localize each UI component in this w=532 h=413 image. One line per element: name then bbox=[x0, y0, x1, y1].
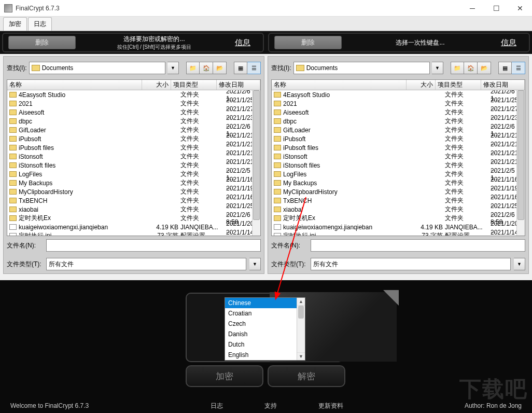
home-icon[interactable]: 🏠 bbox=[200, 62, 213, 74]
info-link-right[interactable]: 信息 bbox=[494, 38, 524, 48]
language-scrollbar[interactable]: ▲ ▼ bbox=[297, 298, 305, 360]
encrypt-button[interactable]: 加密 bbox=[186, 365, 263, 387]
new-folder-icon[interactable]: 📂 bbox=[478, 62, 491, 74]
new-folder-icon[interactable]: 📂 bbox=[213, 62, 227, 74]
home-icon[interactable]: 🏠 bbox=[464, 62, 478, 74]
filename-input-right[interactable] bbox=[311, 239, 525, 252]
table-row[interactable]: My Backups 文件夹 2021/1/16 ... bbox=[272, 178, 525, 187]
table-row[interactable]: 定时执行.ini 73 字节 配置设置 2021/1/14 ... bbox=[7, 231, 260, 236]
table-row[interactable]: GifLoader 文件夹 2021/2/6 1... bbox=[7, 126, 260, 134]
table-row[interactable]: Aiseesoft 文件夹 2021/1/27 ... bbox=[7, 108, 260, 117]
language-option[interactable]: Chinese bbox=[225, 298, 305, 308]
language-option[interactable]: Croatian bbox=[225, 308, 305, 319]
col-name[interactable]: 名称 bbox=[272, 80, 407, 90]
filetype-dropdown-arrow[interactable]: ▼ bbox=[249, 258, 261, 270]
table-row[interactable]: xiaobai 文件夹 2021/1/25 ... bbox=[272, 205, 525, 214]
table-row[interactable]: LogFiles 文件夹 2021/2/5 1... bbox=[7, 170, 260, 178]
delete-button-right[interactable]: 删除 bbox=[274, 36, 342, 49]
table-row[interactable]: dbpc 文件夹 2021/1/23 ... bbox=[272, 117, 525, 126]
file-name: iStonsoft bbox=[283, 153, 416, 160]
scroll-thumb[interactable] bbox=[517, 90, 524, 220]
table-row[interactable]: 定时关机Ex 文件夹 2021/2/6 8:58 bbox=[7, 214, 260, 223]
status-log[interactable]: 日志 bbox=[211, 402, 223, 410]
table-row[interactable]: iStonsoft files 文件夹 2021/1/21 ... bbox=[272, 161, 525, 170]
scroll-up-icon[interactable]: ▲ bbox=[297, 298, 305, 306]
table-row[interactable]: iStonsoft files 文件夹 2021/1/21 ... bbox=[7, 161, 260, 170]
list-view-icon[interactable]: ☰ bbox=[512, 62, 525, 74]
maximize-button[interactable]: ☐ bbox=[484, 0, 508, 17]
language-option[interactable]: Dutch bbox=[225, 339, 305, 350]
col-type[interactable]: 项目类型 bbox=[436, 80, 481, 90]
scroll-thumb[interactable] bbox=[253, 90, 260, 220]
table-row[interactable]: MyClipboardHistory 文件夹 2021/1/19 ... bbox=[7, 187, 260, 196]
path-combo-right[interactable]: Documents bbox=[293, 62, 430, 74]
file-scrollbar[interactable] bbox=[252, 90, 260, 236]
col-name[interactable]: 名称 bbox=[7, 80, 142, 90]
table-row[interactable]: TxBENCH 文件夹 2021/1/16 ... bbox=[7, 196, 260, 205]
tab-log[interactable]: 日志 bbox=[28, 17, 52, 31]
minimize-button[interactable]: ─ bbox=[460, 0, 484, 17]
scroll-down-icon[interactable]: ▼ bbox=[297, 352, 305, 360]
path-combo-left[interactable]: Documents bbox=[29, 62, 165, 74]
tab-encrypt[interactable]: 加密 bbox=[3, 17, 27, 31]
folder-icon bbox=[9, 180, 17, 186]
table-row[interactable]: LogFiles 文件夹 2021/2/5 1... bbox=[272, 170, 525, 178]
table-row[interactable]: 4Easysoft Studio 文件夹 2021/2/6 1... bbox=[7, 90, 260, 99]
file-scrollbar[interactable] bbox=[516, 90, 525, 236]
filetype-combo-left[interactable]: 所有文件 bbox=[46, 258, 246, 270]
col-date[interactable]: 修改日期 bbox=[217, 80, 260, 90]
info-link-left[interactable]: 信息 bbox=[228, 38, 258, 48]
file-type: 文件夹 bbox=[445, 117, 491, 126]
table-row[interactable]: TxBENCH 文件夹 2021/1/16 ... bbox=[272, 196, 525, 205]
table-row[interactable]: dbpc 文件夹 2021/1/23 ... bbox=[7, 117, 260, 126]
table-row[interactable]: 2021 文件夹 2021/1/25 ... bbox=[272, 99, 525, 108]
delete-button-left[interactable]: 删除 bbox=[8, 36, 76, 49]
folder-icon bbox=[9, 171, 17, 177]
table-row[interactable]: Aiseesoft 文件夹 2021/1/27 ... bbox=[272, 108, 525, 117]
close-button[interactable]: ✕ bbox=[508, 0, 532, 17]
table-row[interactable]: 4Easysoft Studio 文件夹 2021/2/6 1... bbox=[272, 90, 525, 99]
filetype-combo-right[interactable]: 所有文件 bbox=[311, 258, 511, 270]
path-dropdown-arrow[interactable]: ▼ bbox=[432, 62, 443, 74]
table-row[interactable]: kuaigeiwoxiaomengxi.jianqieban 4.19 KB J… bbox=[272, 223, 525, 231]
table-row[interactable]: xiaobai 文件夹 2021/1/25 ... bbox=[7, 205, 260, 214]
decrypt-button[interactable]: 解密 bbox=[268, 365, 345, 387]
table-row[interactable]: 定时执行.ini 73 字节 配置设置 2021/1/14 ... bbox=[272, 231, 525, 236]
file-name: 2021 bbox=[19, 100, 151, 107]
col-type[interactable]: 项目类型 bbox=[171, 80, 217, 90]
status-update[interactable]: 更新资料 bbox=[318, 402, 343, 410]
up-folder-icon[interactable]: 📁 bbox=[451, 62, 464, 74]
table-row[interactable]: iStonsoft 文件夹 2021/1/21 ... bbox=[7, 152, 260, 161]
col-size[interactable]: 大小 bbox=[142, 80, 171, 90]
path-dropdown-arrow[interactable]: ▼ bbox=[167, 62, 179, 74]
up-folder-icon[interactable]: 📁 bbox=[186, 62, 200, 74]
file-name: My Backups bbox=[283, 180, 416, 187]
table-row[interactable]: kuaigeiwoxiaomengxi.jianqieban 4.19 KB J… bbox=[7, 223, 260, 231]
scroll-thumb[interactable] bbox=[298, 306, 304, 319]
language-option[interactable]: English bbox=[225, 350, 305, 360]
filetype-dropdown-arrow[interactable]: ▼ bbox=[514, 258, 525, 270]
table-row[interactable]: 2021 文件夹 2021/1/25 ... bbox=[7, 99, 260, 108]
status-support[interactable]: 支持 bbox=[264, 402, 277, 410]
right-panel: 查找(I): Documents ▼ 📁 🏠 📂 ▦ ☰ 名称 大小 项目类型 … bbox=[268, 56, 529, 274]
language-option[interactable]: Czech bbox=[225, 319, 305, 329]
table-row[interactable]: iPubsoft 文件夹 2021/1/21 ... bbox=[7, 134, 260, 143]
table-row[interactable]: My Backups 文件夹 2021/1/16 ... bbox=[7, 178, 260, 187]
grid-view-icon[interactable]: ▦ bbox=[234, 62, 247, 74]
file-type: 文件夹 bbox=[180, 143, 226, 152]
table-row[interactable]: MyClipboardHistory 文件夹 2021/1/19 ... bbox=[272, 187, 525, 196]
table-row[interactable]: iStonsoft 文件夹 2021/1/21 ... bbox=[272, 152, 525, 161]
filename-input-left[interactable] bbox=[46, 239, 261, 252]
col-date[interactable]: 修改日期 bbox=[481, 80, 525, 90]
table-row[interactable]: iPubsoft files 文件夹 2021/1/21 ... bbox=[7, 143, 260, 152]
language-dropdown[interactable]: ChineseCroatianCzechDanishDutchEnglish ▲… bbox=[225, 297, 305, 361]
table-row[interactable]: iPubsoft files 文件夹 2021/1/21 ... bbox=[272, 143, 525, 152]
col-size[interactable]: 大小 bbox=[407, 80, 436, 90]
language-option[interactable]: Danish bbox=[225, 329, 305, 339]
table-row[interactable]: iPubsoft 文件夹 2021/1/21 ... bbox=[272, 134, 525, 143]
table-row[interactable]: 定时关机Ex 文件夹 2021/2/6 8:58 bbox=[272, 214, 525, 223]
list-view-icon[interactable]: ☰ bbox=[247, 62, 261, 74]
table-row[interactable]: GifLoader 文件夹 2021/2/6 1... bbox=[272, 126, 525, 134]
app-title: FinalCrypt 6.7.3 bbox=[16, 5, 460, 12]
grid-view-icon[interactable]: ▦ bbox=[498, 62, 512, 74]
